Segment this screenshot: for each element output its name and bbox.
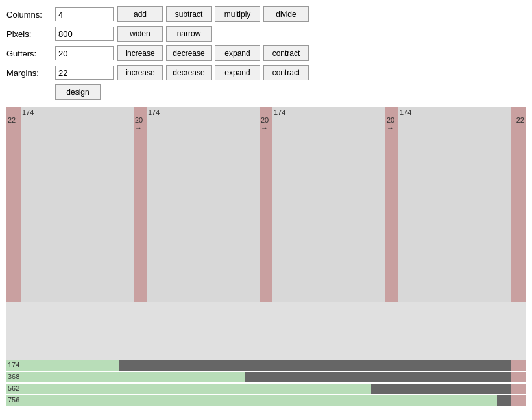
wcg-logo: ✦ ✦ WEB CODE GEEKS WEB DEVELOPERS RESOUR… — [191, 417, 341, 420]
columns-input[interactable] — [55, 7, 114, 21]
gutters-row: Gutters: increase decrease expand contra… — [6, 45, 526, 61]
pixels-row: Pixels: widen narrow — [6, 26, 526, 42]
ruler-row: 756 — [6, 395, 526, 406]
gutters-expand-button[interactable]: expand — [215, 45, 260, 61]
design-row: design — [6, 84, 526, 100]
multiply-button[interactable]: multiply — [215, 6, 260, 22]
gutters-label: Gutters: — [6, 49, 55, 58]
add-button[interactable]: add — [117, 6, 163, 22]
margins-label: Margins: — [6, 68, 55, 78]
columns-label: Columns: — [6, 10, 55, 19]
divide-button[interactable]: divide — [263, 6, 309, 22]
gutters-contract-button[interactable]: contract — [263, 45, 309, 61]
margins-expand-button[interactable]: expand — [215, 65, 260, 80]
margins-row: Margins: increase decrease expand contra… — [6, 65, 526, 80]
margins-input[interactable] — [55, 66, 114, 80]
pixels-input[interactable] — [55, 27, 114, 41]
subtract-button[interactable]: subtract — [166, 6, 212, 22]
ruler-row: 562 — [6, 384, 526, 395]
widen-button[interactable]: widen — [117, 26, 163, 42]
grid-visualization: 222217420→17420→17420→174 — [6, 107, 526, 360]
footer: ✦ ✦ WEB CODE GEEKS WEB DEVELOPERS RESOUR… — [0, 407, 532, 420]
ruler-label: 756 — [8, 396, 19, 404]
ruler-label: 562 — [8, 384, 19, 392]
margins-increase-button[interactable]: increase — [117, 65, 163, 80]
pixels-label: Pixels: — [6, 29, 55, 39]
ruler-label: 174 — [8, 361, 19, 369]
design-button[interactable]: design — [55, 84, 101, 100]
ruler-section: 174368562756 — [6, 360, 526, 406]
narrow-button[interactable]: narrow — [166, 26, 212, 42]
margins-contract-button[interactable]: contract — [263, 65, 309, 80]
ruler-row: 368 — [6, 372, 526, 383]
gutters-input[interactable] — [55, 46, 114, 60]
columns-row: Columns: add subtract multiply divide — [6, 6, 526, 22]
logo-container: ✦ ✦ WEB CODE GEEKS WEB DEVELOPERS RESOUR… — [0, 417, 532, 420]
ruler-label: 368 — [8, 373, 19, 380]
gutters-increase-button[interactable]: increase — [117, 45, 163, 61]
gutters-decrease-button[interactable]: decrease — [166, 45, 212, 61]
controls-panel: Columns: add subtract multiply divide Pi… — [0, 0, 532, 107]
margins-decrease-button[interactable]: decrease — [166, 65, 212, 80]
ruler-row: 174 — [6, 360, 526, 371]
